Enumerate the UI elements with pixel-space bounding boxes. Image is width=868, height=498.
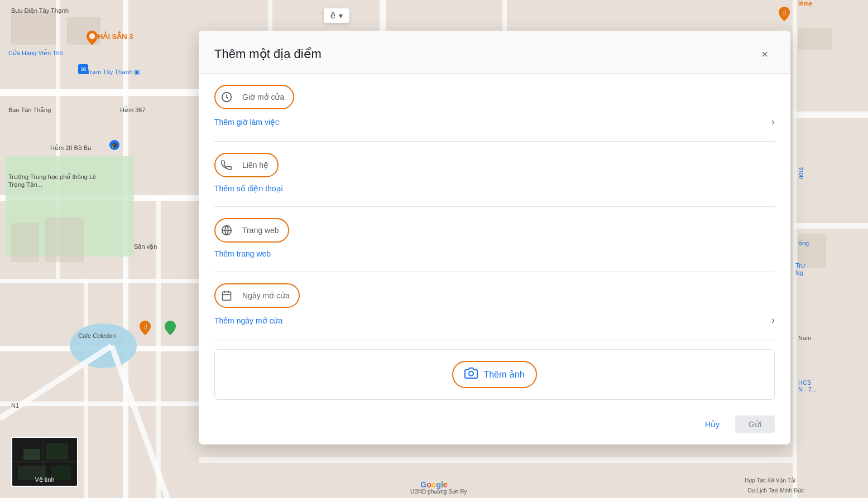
cancel-button[interactable]: Hủy xyxy=(696,415,728,433)
svg-rect-19 xyxy=(793,112,868,118)
svg-rect-5 xyxy=(0,279,201,283)
svg-point-11 xyxy=(70,323,137,368)
map-label-right3: TrưNg xyxy=(795,262,805,276)
map-marker-info: ✉ xyxy=(78,64,88,76)
chevron-down-icon: ▾ xyxy=(339,11,343,20)
photo-oval-annotation: Thêm ảnh xyxy=(452,361,536,388)
hours-header: Giờ mở cửa xyxy=(214,85,775,109)
map-label-bao: Bao Tân Thắng xyxy=(8,106,51,114)
svg-rect-28 xyxy=(199,457,793,498)
map-label-right5: HCSN - 7... xyxy=(798,379,817,393)
dialog-header: Thêm một địa điểm × xyxy=(199,31,790,74)
svg-rect-7 xyxy=(0,402,201,406)
bottom-label-ubnd: UBND phường Sơn Ry xyxy=(410,489,467,495)
add-phone-link[interactable]: Thêm số điện thoại xyxy=(214,182,775,195)
add-opening-link[interactable]: Thêm ngày mở cửa › xyxy=(214,312,775,328)
dialog-footer: Hủy Gửi xyxy=(199,409,790,444)
photo-upload-section[interactable]: Thêm ảnh xyxy=(214,349,775,400)
svg-rect-16 xyxy=(11,223,39,262)
clock-icon xyxy=(218,88,236,106)
contact-oval-annotation: Liên hệ xyxy=(214,153,279,177)
close-button[interactable]: × xyxy=(755,44,775,64)
map-label-restaurant: HẢI SẮN 3 xyxy=(98,32,133,42)
map-label-hem367: Hẻm 367 xyxy=(120,106,146,114)
map-label-right2: ống xyxy=(798,240,809,247)
map-label-stadium: Sân vận xyxy=(134,243,157,250)
website-label: Trang web xyxy=(242,226,279,235)
svg-rect-21 xyxy=(793,0,797,498)
add-photo-button[interactable]: Thêm ảnh xyxy=(452,361,536,388)
map-label-store: Cửa Hàng Viễn Thô xyxy=(8,49,63,57)
map-label-right1: tnon xyxy=(798,167,805,179)
bottom-label-taxi: Du Lịch Taxi Minh Đức xyxy=(747,487,804,494)
add-website-link[interactable]: Thêm trang web xyxy=(214,247,775,260)
globe-icon xyxy=(218,221,236,239)
website-header: Trang web xyxy=(214,218,775,243)
search-bar[interactable]: ê ▾ xyxy=(324,8,349,23)
map-label-school: Trường Trung học phổ thông Lê Trọng Tấn.… xyxy=(8,173,109,189)
map-label-right4: Nam xyxy=(798,335,811,341)
svg-rect-39 xyxy=(46,443,68,460)
svg-rect-17 xyxy=(45,217,84,262)
form-row-website: Trang web Thêm trang web xyxy=(214,207,775,272)
hours-oval-annotation: Giờ mở cửa xyxy=(214,85,294,109)
svg-text:🍴: 🍴 xyxy=(781,9,788,16)
map-label-cafe: Cafe Celedon xyxy=(78,332,116,340)
svg-rect-8 xyxy=(84,279,88,498)
dialog-title: Thêm một địa điểm xyxy=(214,47,322,61)
form-row-contact: Liên hệ Thêm số điện thoại xyxy=(214,142,775,207)
camera-icon xyxy=(464,366,478,383)
map-marker-green xyxy=(165,321,176,337)
form-row-opening: Ngày mở cửa Thêm ngày mở cửa › xyxy=(214,272,775,340)
map-marker-school: 🎓 xyxy=(109,139,120,153)
svg-text:✉: ✉ xyxy=(81,66,86,72)
satellite-thumbnail[interactable]: Vệ tinh xyxy=(11,437,78,487)
website-oval-annotation: Trang web xyxy=(214,218,289,243)
map-marker-food-orange: 🍴 xyxy=(140,321,151,337)
dialog-body: Giờ mở cửa Thêm giờ làm việc › Liên hệ xyxy=(199,74,790,400)
svg-text:🎓: 🎓 xyxy=(111,142,118,149)
map-label-right-top: iême xyxy=(798,0,812,7)
form-row-hours: Giờ mở cửa Thêm giờ làm việc › xyxy=(214,74,775,142)
map-label-hem20: Hẻm 20 Bờ Ba xyxy=(50,144,91,152)
svg-rect-38 xyxy=(23,449,40,460)
opening-oval-annotation: Ngày mở cửa xyxy=(214,283,300,308)
chevron-right-icon-hours: › xyxy=(771,116,775,128)
map-marker-restaurant: 🍴 xyxy=(87,31,98,47)
bottom-label-hop-tac-xa: Hợp Tác Xã Vận Tải xyxy=(745,477,795,484)
google-logo: Google xyxy=(420,480,447,489)
contact-header: Liên hệ xyxy=(214,153,775,177)
svg-rect-14 xyxy=(11,11,56,45)
phone-icon xyxy=(218,156,236,174)
photo-label: Thêm ảnh xyxy=(483,369,524,380)
svg-rect-29 xyxy=(199,457,793,463)
opening-label: Ngày mở cửa xyxy=(242,291,290,300)
map-label-tram: Trạm Tây Thạnh ▣ xyxy=(87,68,140,76)
svg-text:🍴: 🍴 xyxy=(142,323,149,330)
opening-header: Ngày mở cửa xyxy=(214,283,775,308)
chevron-right-icon-opening: › xyxy=(771,315,775,326)
svg-rect-20 xyxy=(793,223,868,229)
svg-point-52 xyxy=(469,371,473,376)
submit-button[interactable]: Gửi xyxy=(735,415,775,433)
hours-label: Giờ mở cửa xyxy=(242,93,284,101)
satellite-label: Vệ tinh xyxy=(12,476,77,484)
svg-rect-26 xyxy=(380,0,386,31)
svg-rect-1 xyxy=(0,89,201,96)
svg-rect-9 xyxy=(156,195,161,498)
svg-rect-48 xyxy=(223,292,231,300)
add-place-dialog: Thêm một địa điểm × Giờ mở cửa Thêm giờ xyxy=(199,31,790,444)
svg-text:🍴: 🍴 xyxy=(89,34,95,40)
svg-rect-22 xyxy=(798,28,832,50)
map-label-n1: N1 xyxy=(11,402,19,409)
svg-rect-27 xyxy=(502,0,507,31)
map-label-post-office: Bưu Điện Tây Thạnh xyxy=(11,7,69,14)
add-hours-link[interactable]: Thêm giờ làm việc › xyxy=(214,114,775,130)
search-bar-text: ê xyxy=(330,11,335,21)
contact-label: Liên hệ xyxy=(242,161,268,170)
calendar-icon xyxy=(218,287,236,304)
map-marker-top-right: 🍴 xyxy=(779,7,790,23)
svg-rect-24 xyxy=(199,0,793,31)
svg-rect-25 xyxy=(268,0,272,31)
